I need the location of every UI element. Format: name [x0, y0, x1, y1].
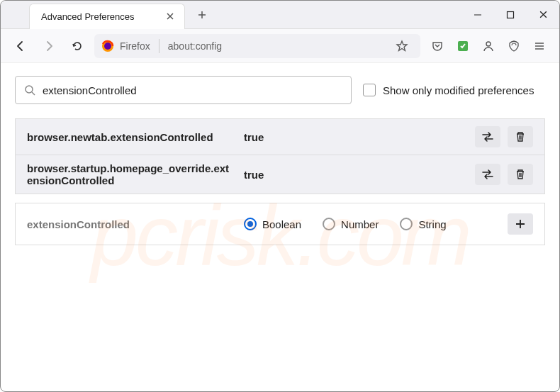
about-config-content: Show only modified preferences browser.n…: [1, 63, 559, 258]
url-text: about:config: [168, 40, 222, 52]
pref-name: browser.newtab.extensionControlled: [27, 131, 233, 143]
svg-point-2: [104, 43, 111, 50]
titlebar: Advanced Preferences: [1, 1, 559, 29]
checkbox-icon: [363, 84, 376, 96]
svg-rect-0: [508, 11, 514, 18]
toggle-button[interactable]: [475, 126, 500, 147]
tab-title: Advanced Preferences: [41, 11, 163, 22]
bookmark-star-icon[interactable]: [391, 35, 413, 57]
account-icon[interactable]: [477, 35, 500, 57]
pref-value: true: [244, 169, 464, 181]
back-button[interactable]: [9, 35, 32, 57]
preferences-table: browser.newtab.extensionControlled true …: [15, 118, 545, 194]
window-controls: [461, 1, 559, 29]
delete-button[interactable]: [508, 126, 533, 147]
radio-boolean[interactable]: Boolean: [244, 218, 301, 230]
firefox-logo-icon: [101, 40, 114, 52]
pref-row: browser.newtab.extensionControlled true: [16, 119, 544, 155]
svg-point-5: [26, 86, 33, 93]
navigation-toolbar: Firefox about:config: [1, 29, 559, 63]
pref-name: browser.startup.homepage_override.extens…: [27, 162, 233, 186]
maximize-button[interactable]: [494, 1, 527, 29]
new-pref-name: extensionControlled: [27, 218, 233, 230]
show-modified-checkbox[interactable]: Show only modified preferences: [363, 84, 534, 96]
pref-value: true: [244, 131, 464, 143]
delete-button[interactable]: [508, 164, 533, 185]
radio-icon: [323, 218, 335, 230]
shield-icon[interactable]: [503, 35, 525, 57]
search-input[interactable]: [43, 84, 342, 96]
url-separator: [159, 39, 159, 53]
toggle-button[interactable]: [475, 164, 500, 185]
radio-icon: [244, 218, 257, 230]
menu-button[interactable]: [528, 35, 551, 57]
identity-label: Firefox: [120, 40, 150, 52]
radio-number[interactable]: Number: [323, 218, 379, 230]
search-box[interactable]: [15, 76, 352, 104]
radio-icon: [400, 218, 413, 230]
radio-label: String: [418, 218, 446, 230]
close-tab-icon[interactable]: [163, 9, 177, 23]
svg-point-4: [486, 42, 491, 46]
forward-button[interactable]: [38, 35, 60, 57]
pocket-icon[interactable]: [426, 35, 449, 57]
new-pref-row: extensionControlled Boolean Number Strin…: [15, 203, 545, 245]
search-icon: [24, 84, 35, 96]
browser-tab[interactable]: Advanced Preferences: [29, 4, 185, 29]
url-bar[interactable]: Firefox about:config: [94, 34, 420, 58]
type-radio-group: Boolean Number String: [244, 218, 496, 230]
radio-label: Boolean: [262, 218, 301, 230]
pref-row: browser.startup.homepage_override.extens…: [16, 155, 544, 194]
close-window-button[interactable]: [527, 1, 559, 29]
extension-icon[interactable]: [452, 35, 474, 57]
radio-string[interactable]: String: [400, 218, 446, 230]
checkbox-label: Show only modified preferences: [383, 84, 534, 96]
new-tab-button[interactable]: [191, 4, 213, 26]
radio-label: Number: [341, 218, 379, 230]
add-button[interactable]: [508, 213, 533, 235]
minimize-button[interactable]: [461, 1, 494, 29]
reload-button[interactable]: [66, 35, 89, 57]
